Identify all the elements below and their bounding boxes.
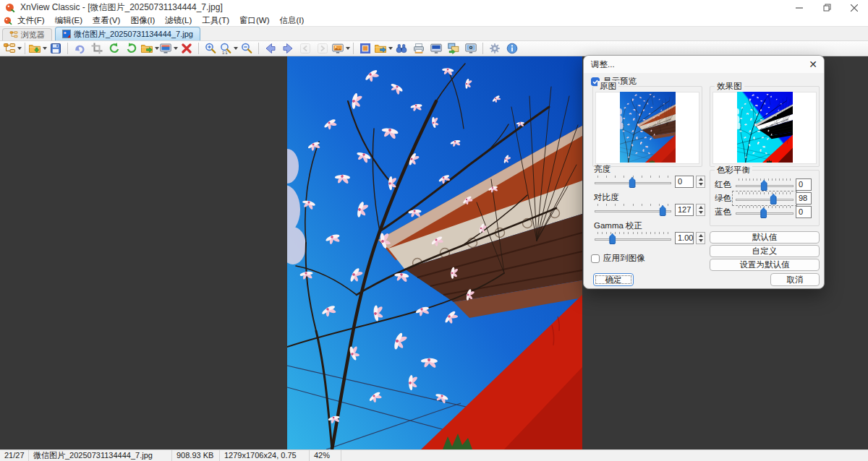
- slider-track[interactable]: [595, 238, 671, 241]
- blue-value-field[interactable]: 0: [796, 206, 812, 218]
- window-controls: [786, 0, 868, 15]
- browser-pane-button[interactable]: [3, 41, 22, 56]
- gamma-value-field[interactable]: 1.00: [675, 232, 694, 244]
- menu-window[interactable]: 窗口(W): [234, 16, 275, 25]
- toolbar-separator: [198, 43, 199, 54]
- slider-thumb[interactable]: [761, 180, 767, 191]
- spinner-down-icon[interactable]: [697, 182, 705, 188]
- crop-button[interactable]: [88, 41, 106, 56]
- delete-icon: [180, 42, 193, 55]
- close-icon[interactable]: [841, 0, 868, 15]
- open-button[interactable]: [28, 41, 47, 56]
- delete-button[interactable]: [178, 41, 195, 56]
- status-segment-4: 42%: [310, 450, 341, 461]
- image-canvas[interactable]: [287, 56, 582, 449]
- zoom-actual-button[interactable]: 1:1: [219, 41, 238, 56]
- slideshow-button[interactable]: [331, 41, 350, 56]
- minimize-icon[interactable]: [786, 0, 813, 15]
- slider-thumb[interactable]: [770, 194, 777, 204]
- print-icon: [412, 42, 425, 55]
- custom-button[interactable]: 自定义: [710, 245, 820, 257]
- zoom-out-button[interactable]: [238, 41, 255, 56]
- zoom-in-button[interactable]: [202, 41, 219, 56]
- settings-button[interactable]: [486, 41, 503, 56]
- move-copy-icon: [140, 42, 153, 55]
- search-button[interactable]: [393, 41, 410, 56]
- export-button[interactable]: [374, 41, 393, 56]
- toolbar: 1:1: [0, 40, 868, 56]
- tab-browser[interactable]: 浏览器: [2, 28, 52, 40]
- print-button[interactable]: [410, 41, 427, 56]
- contrast-slider[interactable]: [594, 203, 672, 217]
- brightness-label: 亮度: [594, 164, 705, 173]
- capture-button[interactable]: [427, 41, 445, 56]
- slider-thumb[interactable]: [629, 177, 636, 188]
- blue-slider[interactable]: [735, 205, 794, 219]
- slider-thumb[interactable]: [760, 207, 767, 218]
- spinner-down-icon[interactable]: [697, 210, 705, 216]
- slider-ticks: [739, 192, 791, 195]
- brightness-slider[interactable]: [594, 175, 672, 189]
- rotate-right-button[interactable]: [123, 41, 140, 56]
- slider-track[interactable]: [736, 199, 793, 201]
- nav-first-icon: [299, 42, 312, 55]
- apply-to-image-checkbox[interactable]: 应用到图像: [591, 253, 645, 264]
- gamma-slider[interactable]: [594, 231, 672, 245]
- red-balance-row: 红色0: [710, 178, 820, 191]
- search-icon: [395, 42, 408, 55]
- snapshot-button[interactable]: [462, 41, 480, 56]
- zoom-out-icon: [240, 42, 253, 55]
- nav-back-button[interactable]: [262, 41, 279, 56]
- slider-thumb[interactable]: [660, 205, 666, 216]
- move-copy-button[interactable]: [140, 41, 159, 56]
- spinner-up-icon[interactable]: [697, 233, 705, 238]
- red-slider[interactable]: [735, 178, 794, 191]
- brightness-value-field[interactable]: 0: [675, 176, 694, 188]
- menu-bar: 文件(F)编辑(E)查看(V)图像(I)滤镜(L)工具(T)窗口(W)信息(I): [0, 15, 868, 26]
- nav-forward-button[interactable]: [279, 41, 297, 56]
- convert-button[interactable]: [445, 41, 462, 56]
- spinner[interactable]: [696, 232, 705, 244]
- menu-file[interactable]: 文件(F): [12, 16, 50, 25]
- info-button[interactable]: [503, 41, 521, 56]
- spinner[interactable]: [696, 204, 705, 216]
- default-button[interactable]: 默认值: [710, 231, 820, 244]
- snapshot-icon: [464, 42, 477, 55]
- svg-text:1:1: 1:1: [222, 51, 228, 55]
- undo-button[interactable]: [71, 41, 88, 56]
- display-settings-button[interactable]: [159, 41, 178, 56]
- zoom-in-icon: [204, 42, 217, 55]
- status-segment-3: 1279x1706x24, 0.75: [220, 450, 310, 461]
- menu-filter[interactable]: 滤镜(L): [160, 16, 197, 25]
- nav-back-icon: [264, 42, 277, 55]
- menu-view[interactable]: 查看(V): [88, 16, 125, 25]
- spinner-up-icon[interactable]: [697, 176, 705, 182]
- window-title: XnView Classic - [微信图片_20250731134444_7.…: [20, 1, 223, 14]
- dialog-title-bar[interactable]: 调整... ✕: [584, 56, 824, 73]
- spinner[interactable]: [696, 176, 705, 188]
- spinner-up-icon[interactable]: [697, 204, 705, 210]
- menu-info[interactable]: 信息(I): [275, 16, 310, 25]
- menu-image[interactable]: 图像(I): [125, 16, 160, 25]
- contrast-value-field[interactable]: 127: [675, 204, 694, 216]
- tab-image-file[interactable]: 微信图片_20250731134444_7.jpg: [55, 27, 200, 40]
- slider-thumb[interactable]: [609, 233, 616, 244]
- rotate-left-button[interactable]: [106, 41, 123, 56]
- spinner-down-icon[interactable]: [697, 238, 705, 244]
- ok-button[interactable]: 确定: [593, 273, 634, 286]
- dropdown-caret-icon: [17, 47, 22, 50]
- fullscreen-button[interactable]: [357, 41, 374, 56]
- restore-icon[interactable]: [813, 0, 841, 15]
- menu-edit[interactable]: 编辑(E): [50, 16, 88, 25]
- cancel-button[interactable]: 取消: [770, 273, 820, 286]
- dialog-close-icon[interactable]: ✕: [802, 56, 824, 73]
- menu-tools[interactable]: 工具(T): [197, 16, 234, 25]
- gamma-label: Gamma 校正: [594, 220, 705, 230]
- red-value-field[interactable]: 0: [796, 178, 812, 191]
- nav-last-icon: [316, 42, 329, 55]
- green-slider[interactable]: [735, 191, 794, 205]
- green-value-field[interactable]: 98: [796, 192, 812, 204]
- set-as-default-button[interactable]: 设置为默认值: [710, 259, 820, 271]
- save-button[interactable]: [47, 41, 64, 56]
- adjust-dialog: 调整... ✕ 显示预览 原图 效果图 亮度0对比度127Gamma 校正1.0…: [583, 55, 825, 289]
